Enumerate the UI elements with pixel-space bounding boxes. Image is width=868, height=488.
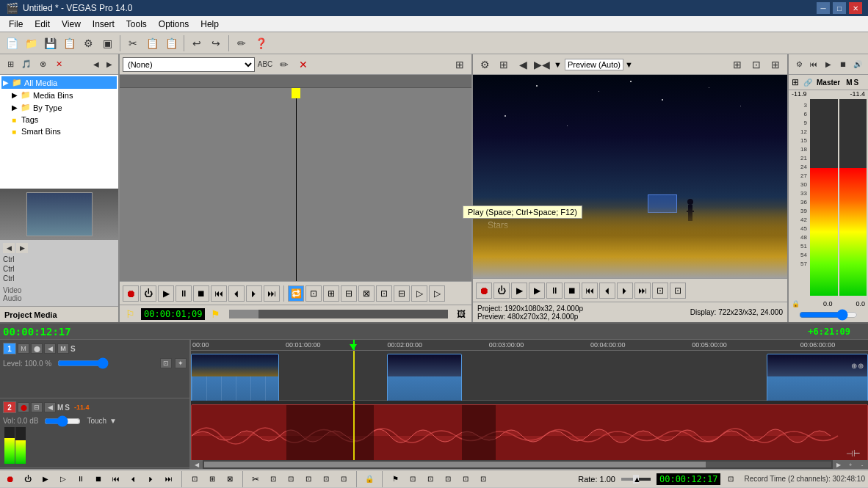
tree-by-type[interactable]: ▶ 📁 By Type [10,101,117,114]
bottom-btn-9[interactable]: ⊡ [336,473,351,486]
preview-play-btn[interactable]: ▶ [511,283,527,299]
media-nav-right[interactable]: ▶ [104,57,115,72]
bottom-timecode-btn[interactable]: ⊡ [723,473,738,486]
save-as-button[interactable]: 📋 [60,34,78,52]
meter-settings-btn[interactable]: ⚙ [792,56,806,73]
preview-stepback-btn[interactable]: ⏴ [599,283,615,299]
menu-insert[interactable]: Insert [87,18,120,31]
meter-link-btn[interactable]: 🔗 [802,76,814,88]
preview-mode-dropdown[interactable]: ▼ [625,60,633,69]
menu-options[interactable]: Options [153,18,195,31]
copy-button[interactable]: 📋 [143,34,161,52]
preview-pause-btn[interactable]: ⏸ [546,283,563,299]
project-media-tab[interactable]: Project Media [0,306,118,322]
trimmer-btn-2[interactable]: ⊞ [323,285,339,302]
trimmer-btn-8[interactable]: ▷ [429,285,445,302]
tree-smart-bins[interactable]: ■ Smart Bins [10,125,117,137]
video-level-slider[interactable] [57,360,109,366]
preview-settings-btn[interactable]: ⚙ [476,56,493,73]
trimmer-record-btn[interactable]: ⏺ [123,285,139,302]
trimmer-btn-7[interactable]: ▷ [411,285,427,302]
tree-media-bins[interactable]: ▶ 📁 Media Bins [10,89,117,101]
audio-track-content[interactable]: ⊣⊢ [191,401,868,460]
trimmer-abc-button[interactable]: ABC [256,56,274,73]
preview-record-btn[interactable]: ⏺ [476,283,492,299]
bottom-toend-btn[interactable]: ⏭ [162,473,176,486]
trimmer-scrollbar[interactable] [229,310,448,318]
media-tool-close[interactable]: ✕ [51,57,66,72]
preview-tostart-btn[interactable]: ⏮ [582,283,598,299]
tree-tags[interactable]: ■ Tags [10,114,117,125]
bottom-stepfwd-btn[interactable]: ⏵ [144,473,159,486]
bottom-stop-btn[interactable]: ⏹ [91,473,106,486]
rate-slider[interactable]: ▲ [621,478,651,481]
preview-playfrom-btn[interactable]: ▶ [529,283,545,299]
scroll-track[interactable] [204,462,831,467]
menu-help[interactable]: Help [195,18,225,31]
preview-btn-extra1[interactable]: ⊡ [652,283,668,299]
bottom-loop-btn[interactable]: ▷ [56,473,70,486]
master-fader[interactable] [799,310,858,319]
meter-play-btn[interactable]: ▶ [821,56,836,73]
redo-button[interactable]: ↪ [207,34,225,52]
meter-s-btn[interactable]: S [854,79,859,87]
audio-track-expand[interactable]: ⊟ [31,402,43,412]
trimmer-btn-1[interactable]: ⊡ [305,285,322,302]
bottom-cut-btn[interactable]: ✂ [248,473,263,486]
bottom-snap-btn[interactable]: ⊡ [187,473,202,486]
media-tool-1[interactable]: ⊞ [3,57,18,72]
minimize-button[interactable]: ─ [817,2,830,14]
trimmer-pause-btn[interactable]: ⏸ [176,285,192,302]
trimmer-btn-6[interactable]: ⊟ [394,285,410,302]
encode-button[interactable]: ▣ [98,34,116,52]
video-track-rec[interactable]: ⬤ [31,343,43,354]
preview-fullscreen-btn[interactable]: ⊞ [767,56,784,73]
meter-skip-back-btn[interactable]: ⏮ [806,56,821,73]
bottom-record-btn[interactable]: ⏺ [3,473,18,486]
bottom-power-btn[interactable]: ⏻ [21,473,35,486]
bottom-btn-11[interactable]: ⊡ [458,473,473,486]
properties-button[interactable]: ⚙ [79,34,97,52]
close-button[interactable]: ✕ [849,2,862,14]
trimmer-scroll-thumb[interactable] [229,310,258,318]
right-nav-btn[interactable]: ▶ [16,243,28,253]
bottom-btn-2[interactable]: ⊞ [205,473,220,486]
trimmer-power-btn[interactable]: ⏻ [140,285,156,302]
audio-track-mute-rec[interactable]: ⬤ [18,402,29,412]
scroll-left-btn[interactable]: ◀ [191,460,203,469]
bottom-marker-btn[interactable]: ⚑ [388,473,402,486]
video-expand-btn[interactable]: ⊡ [160,358,172,368]
video-track-expand[interactable]: ◀ [44,343,56,354]
scroll-right-btn[interactable]: ▶ [833,460,845,469]
trimmer-source-select[interactable]: (None) [123,57,255,72]
media-tool-3[interactable]: ⊗ [35,57,50,72]
draw-button[interactable]: ✏ [233,34,250,52]
menu-view[interactable]: View [56,18,87,31]
preview-snap-btn[interactable]: ⊡ [748,56,765,73]
video-clip-1[interactable] [191,354,279,407]
tree-all-media[interactable]: ▶ 📁 All Media [1,76,117,89]
trimmer-btn-3[interactable]: ⊟ [341,285,357,302]
trimmer-btn-5[interactable]: ⊡ [376,285,392,302]
preview-btn-extra2[interactable]: ⊡ [670,283,686,299]
preview-stepfwd-btn[interactable]: ⏵ [617,283,633,299]
audio-clip-1[interactable] [191,404,868,467]
menu-edit[interactable]: Edit [29,18,56,31]
trimmer-edit-button[interactable]: ✏ [275,56,293,73]
preview-btn-2[interactable]: ◀ [514,56,532,73]
rate-slider-thumb[interactable]: ▲ [633,475,639,484]
trimmer-loop-btn[interactable]: 🔁 [288,285,304,302]
trimmer-stepback-btn[interactable]: ⏴ [228,285,245,302]
bottom-btn-10[interactable]: ⊡ [441,473,455,486]
preview-toend-btn[interactable]: ⏭ [634,283,651,299]
bottom-btn-6[interactable]: ⊡ [283,473,298,486]
meter-stop-btn[interactable]: ⏹ [836,56,850,73]
trimmer-play-btn[interactable]: ▶ [158,285,174,302]
meter-m-btn[interactable]: M [846,79,852,87]
scroll-thumb[interactable] [204,462,706,467]
audio-vol-slider[interactable] [44,418,81,424]
video-clip-3[interactable]: ⊕ ⊕ [767,354,868,407]
video-track-mute[interactable]: M [18,343,29,354]
bottom-btn-5[interactable]: ⊡ [266,473,281,486]
menu-file[interactable]: File [3,18,29,31]
